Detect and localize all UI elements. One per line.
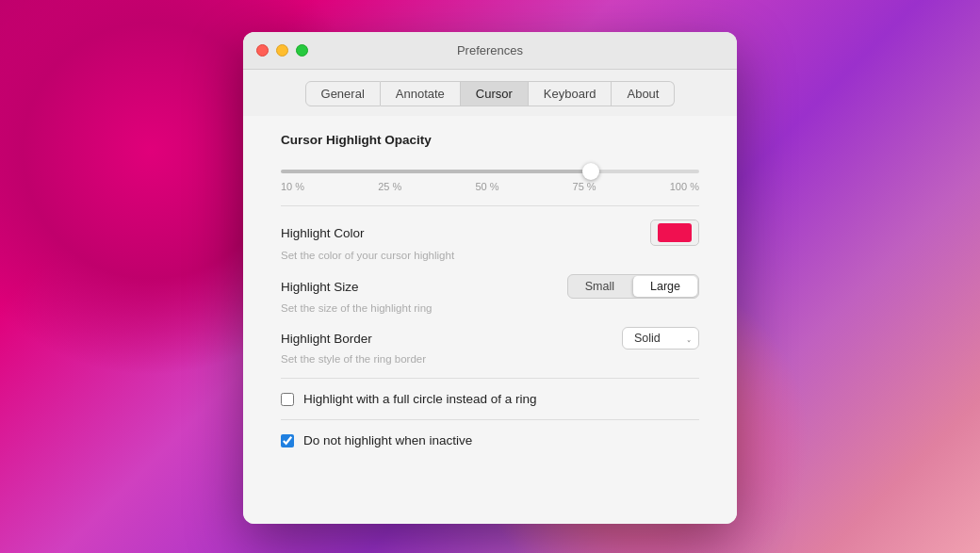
inactive-label[interactable]: Do not highlight when inactive [303,433,472,447]
close-button[interactable] [256,44,269,57]
full-circle-section: Highlight with a full circle instead of … [281,392,699,406]
highlight-color-description: Set the color of your cursor highlight [281,250,699,261]
border-style-select[interactable]: Solid Dashed None [622,327,699,350]
color-swatch-preview [658,223,692,242]
maximize-button[interactable] [296,44,308,57]
full-circle-checkbox[interactable] [281,393,294,406]
slider-label-75: 75 % [573,181,596,192]
cursor-tab-content: Cursor Highlight Opacity 10 % 25 % 50 % … [243,116,737,524]
highlight-border-label: Highlight Border [281,332,372,346]
highlight-size-row: Highlight Size Small Large [281,274,699,299]
highlight-size-label: Highlight Size [281,280,359,294]
tab-cursor[interactable]: Cursor [461,81,529,106]
border-dropdown-wrapper: Solid Dashed None [622,327,699,350]
minimize-button[interactable] [276,44,288,57]
highlight-border-row: Highlight Border Solid Dashed None [281,327,699,350]
size-small-button[interactable]: Small [568,275,631,298]
titlebar: Preferences [243,32,737,70]
window-title: Preferences [457,43,523,57]
color-swatch-button[interactable] [650,220,699,246]
highlight-color-label: Highlight Color [281,226,365,240]
tab-annotate[interactable]: Annotate [381,81,461,106]
traffic-lights [256,44,308,57]
inactive-checkbox[interactable] [281,434,294,447]
opacity-section-title: Cursor Highlight Opacity [281,133,699,147]
highlight-border-description: Set the style of the ring border [281,353,699,365]
size-large-button[interactable]: Large [632,276,697,297]
divider-2 [281,378,699,379]
preferences-window: Preferences General Annotate Cursor Keyb… [243,32,737,524]
slider-label-50: 50 % [475,181,498,192]
full-circle-label[interactable]: Highlight with a full circle instead of … [303,392,537,406]
slider-label-100: 100 % [670,181,699,192]
full-circle-row: Highlight with a full circle instead of … [281,392,699,406]
inactive-section: Do not highlight when inactive [281,433,699,447]
slider-labels: 10 % 25 % 50 % 75 % 100 % [281,181,699,192]
highlight-size-control: Small Large [567,274,699,299]
slider-label-10: 10 % [281,181,304,192]
tab-bar: General Annotate Cursor Keyboard About [243,70,737,116]
tab-about[interactable]: About [612,81,675,106]
tab-general[interactable]: General [305,81,381,106]
highlight-color-row: Highlight Color [281,220,699,246]
tab-keyboard[interactable]: Keyboard [529,81,612,106]
opacity-slider[interactable] [281,170,699,173]
highlight-size-description: Set the size of the highlight ring [281,302,699,314]
inactive-row: Do not highlight when inactive [281,433,699,447]
slider-label-25: 25 % [378,181,401,192]
divider-3 [281,419,699,420]
divider-1 [281,205,699,206]
opacity-slider-container: 10 % 25 % 50 % 75 % 100 % [281,160,699,192]
